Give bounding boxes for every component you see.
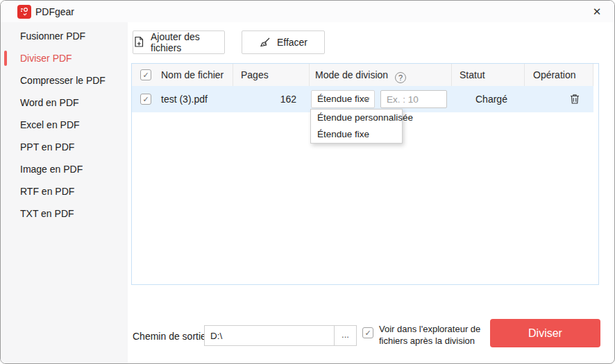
split-mode-dropdown: Étendue personnalisée Étendue fixe bbox=[310, 109, 403, 144]
add-files-label: Ajouter des fichiers bbox=[151, 31, 224, 53]
trash-icon bbox=[568, 93, 581, 105]
pages-cell: 162 bbox=[241, 86, 296, 112]
active-indicator bbox=[4, 51, 7, 66]
browse-button[interactable]: ... bbox=[334, 325, 357, 346]
sidebar-item-rtf-en-pdf[interactable]: RTF en PDF bbox=[1, 180, 128, 202]
file-plus-icon bbox=[133, 36, 145, 49]
clear-button[interactable]: Effacer bbox=[242, 31, 325, 54]
split-button[interactable]: Diviser bbox=[490, 319, 600, 347]
add-files-button[interactable]: Ajouter des fichiers bbox=[133, 31, 225, 54]
row-checkbox[interactable]: ✓ bbox=[140, 94, 151, 105]
sidebar: Fusionner PDF Diviser PDF Compresser le … bbox=[1, 22, 128, 364]
check-icon: ✓ bbox=[364, 329, 371, 337]
table-header: ✓ Nom de fichier Pages Mode de division?… bbox=[132, 64, 598, 86]
check-icon: ✓ bbox=[142, 71, 149, 79]
window-title: PDFgear bbox=[35, 6, 74, 17]
dropdown-option-etendue-personnalisee[interactable]: Étendue personnalisée bbox=[311, 110, 402, 126]
check-icon: ✓ bbox=[142, 95, 149, 103]
output-path-label: Chemin de sortie bbox=[133, 331, 206, 342]
sidebar-item-diviser-pdf[interactable]: Diviser PDF bbox=[1, 47, 128, 69]
split-mode-select[interactable]: Étendue fixe bbox=[311, 90, 375, 108]
split-mode-selected-value: Étendue fixe bbox=[317, 94, 369, 104]
help-icon[interactable]: ? bbox=[395, 72, 406, 83]
status-cell: Chargé bbox=[475, 86, 507, 112]
open-after-label: Voir dans l'explorateur de fichiers aprè… bbox=[379, 324, 490, 347]
select-all-checkbox[interactable]: ✓ bbox=[140, 69, 151, 80]
title-bar: PDFgear ✕ bbox=[1, 1, 614, 22]
close-button[interactable]: ✕ bbox=[589, 5, 605, 19]
column-header-operation: Opération bbox=[533, 64, 575, 86]
clear-label: Effacer bbox=[277, 37, 308, 48]
column-header-pages: Pages bbox=[241, 64, 269, 86]
column-header-name: Nom de fichier bbox=[161, 64, 224, 86]
column-header-status: Statut bbox=[460, 64, 485, 86]
sidebar-item-image-en-pdf[interactable]: Image en PDF bbox=[1, 158, 128, 180]
dropdown-option-etendue-fixe[interactable]: Étendue fixe bbox=[311, 126, 402, 143]
sidebar-item-fusionner-pdf[interactable]: Fusionner PDF bbox=[1, 25, 128, 47]
sidebar-item-word-en-pdf[interactable]: Word en PDF bbox=[1, 92, 128, 114]
range-input[interactable] bbox=[380, 90, 447, 108]
sidebar-item-compresser-pdf[interactable]: Compresser le PDF bbox=[1, 69, 128, 92]
chevron-down-icon bbox=[363, 97, 370, 102]
scrollbar-gutter bbox=[593, 64, 598, 86]
output-path-input[interactable] bbox=[204, 325, 335, 346]
sidebar-item-txt-en-pdf[interactable]: TXT en PDF bbox=[1, 202, 128, 225]
file-name-cell: test (3).pdf bbox=[161, 86, 208, 112]
app-logo-icon bbox=[17, 5, 31, 19]
column-header-mode: Mode de division? bbox=[315, 64, 406, 86]
open-after-checkbox[interactable]: ✓ bbox=[362, 327, 373, 338]
sidebar-item-excel-en-pdf[interactable]: Excel en PDF bbox=[1, 114, 128, 136]
file-table: ✓ Nom de fichier Pages Mode de division?… bbox=[131, 63, 599, 285]
delete-row-button[interactable] bbox=[568, 93, 581, 105]
pdfgear-window: PDFgear ✕ Fusionner PDF Diviser PDF Comp… bbox=[0, 0, 615, 364]
broom-icon bbox=[259, 36, 271, 49]
sidebar-item-ppt-en-pdf[interactable]: PPT en PDF bbox=[1, 136, 128, 158]
